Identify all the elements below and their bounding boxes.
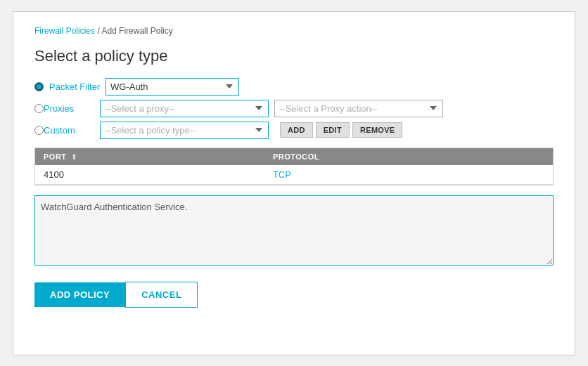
select-proxy-dropdown[interactable]: --Select a proxy--	[100, 100, 269, 117]
custom-label[interactable]: Custom	[44, 125, 100, 136]
packet-filter-label[interactable]: Packet Filter	[49, 81, 106, 92]
main-window: Firewall Policies / Add Firewall Policy …	[13, 11, 575, 355]
action-buttons: ADD EDIT REMOVE	[280, 122, 402, 138]
custom-selects: --Select a policy type-- ADD EDIT REMOVE	[100, 122, 402, 139]
custom-row: Custom --Select a policy type-- ADD EDIT…	[34, 122, 554, 139]
page-title: Select a policy type	[34, 47, 554, 65]
edit-button[interactable]: EDIT	[316, 122, 350, 138]
select-policy-type-dropdown[interactable]: --Select a policy type--	[100, 122, 269, 139]
add-button[interactable]: ADD	[280, 122, 313, 138]
table-header-row: PORT ⬆ PROTOCOL	[35, 148, 553, 165]
ports-table: PORT ⬆ PROTOCOL 4100 TCP	[35, 148, 553, 185]
wg-auth-dropdown[interactable]: WG-Auth	[106, 78, 239, 96]
custom-radio[interactable]	[34, 126, 44, 135]
packet-filter-radio[interactable]	[34, 82, 44, 91]
add-policy-button[interactable]: ADD POLICY	[34, 282, 125, 307]
proxies-row: Proxies --Select a proxy-- --Select a Pr…	[34, 100, 554, 117]
proxies-selects: --Select a proxy-- --Select a Proxy acti…	[100, 100, 443, 117]
proxies-radio[interactable]	[34, 104, 44, 113]
proxies-label[interactable]: Proxies	[44, 103, 100, 114]
port-cell: 4100	[35, 165, 264, 185]
breadcrumb-parent-link[interactable]: Firewall Policies	[34, 26, 95, 36]
ports-table-container: PORT ⬆ PROTOCOL 4100 TCP	[34, 148, 554, 185]
cancel-button[interactable]: CANCEL	[125, 282, 198, 308]
protocol-cell: TCP	[264, 165, 553, 185]
description-textarea[interactable]: WatchGuard Authentication Service.	[34, 195, 554, 266]
protocol-column-header[interactable]: PROTOCOL	[264, 148, 553, 165]
port-column-header[interactable]: PORT ⬆	[35, 148, 264, 165]
select-proxy-action-dropdown[interactable]: --Select a Proxy action--	[274, 100, 443, 117]
footer-buttons: ADD POLICY CANCEL	[34, 282, 554, 308]
packet-filter-row: Packet Filter WG-Auth	[34, 78, 554, 96]
table-row: 4100 TCP	[35, 165, 553, 185]
breadcrumb-current: Add Firewall Policy	[101, 26, 172, 36]
remove-button[interactable]: REMOVE	[352, 122, 402, 138]
breadcrumb: Firewall Policies / Add Firewall Policy	[34, 26, 554, 36]
sort-icon: ⬆	[71, 153, 77, 161]
